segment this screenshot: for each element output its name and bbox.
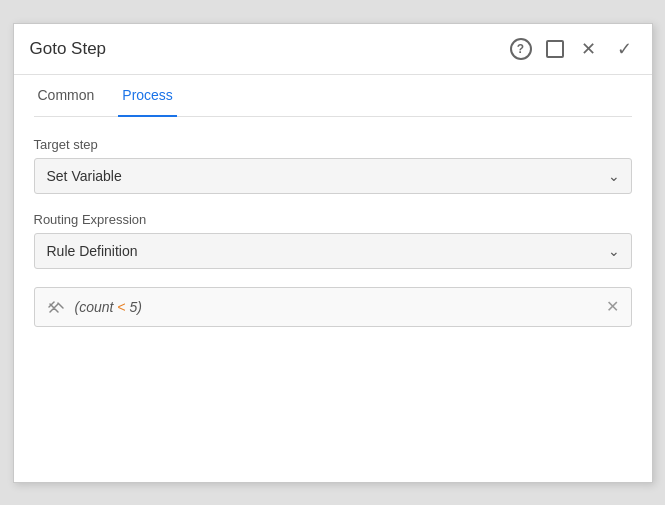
dialog-body: Common Process Target step Set Variable … [14, 75, 652, 347]
target-step-label: Target step [34, 137, 632, 152]
expression-value: (count < 5) [75, 299, 596, 315]
routing-expression-select[interactable]: Rule Definition Expression None [34, 233, 632, 269]
expression-operator: < [117, 299, 125, 315]
svg-line-1 [58, 303, 63, 308]
help-icon[interactable]: ? [510, 38, 532, 60]
expression-number: 5) [126, 299, 142, 315]
goto-step-dialog: Goto Step ? ✕ ✓ Common Process Target st… [13, 23, 653, 483]
expression-box: (count < 5) ✕ [34, 287, 632, 327]
routing-expression-group: Routing Expression Rule Definition Expre… [34, 212, 632, 269]
routing-expression-select-wrapper: Rule Definition Expression None ⌄ [34, 233, 632, 269]
dialog-title: Goto Step [30, 39, 510, 59]
tabs: Common Process [34, 75, 632, 117]
dialog-header: Goto Step ? ✕ ✓ [14, 24, 652, 75]
tab-process[interactable]: Process [118, 75, 177, 117]
tab-common[interactable]: Common [34, 75, 99, 117]
expression-var: count [79, 299, 117, 315]
maximize-icon[interactable] [546, 40, 564, 58]
target-step-group: Target step Set Variable Start End Assig… [34, 137, 632, 194]
expression-close-icon[interactable]: ✕ [606, 299, 619, 315]
close-icon[interactable]: ✕ [578, 38, 600, 60]
confirm-icon[interactable]: ✓ [614, 38, 636, 60]
target-step-select[interactable]: Set Variable Start End Assign Task [34, 158, 632, 194]
expression-rule-icon [47, 298, 65, 316]
header-icons: ? ✕ ✓ [510, 38, 636, 60]
target-step-select-wrapper: Set Variable Start End Assign Task ⌄ [34, 158, 632, 194]
routing-expression-label: Routing Expression [34, 212, 632, 227]
